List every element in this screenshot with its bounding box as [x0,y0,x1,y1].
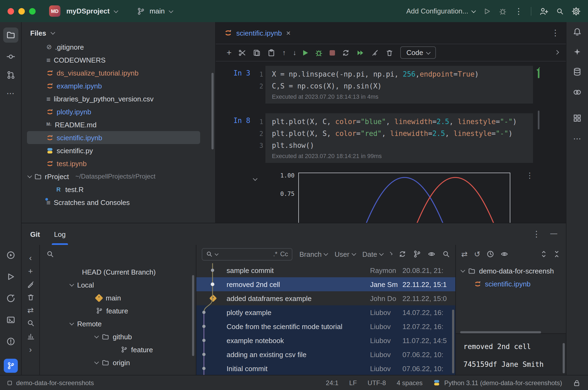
editor-tab-active[interactable]: scientific.ipynb × [216,22,297,44]
commit-row[interactable]: example notebookLiubov11.07.22, 14:5 [196,333,455,347]
expand-all-icon[interactable] [540,250,548,258]
files-panel-title[interactable]: Files [30,29,46,37]
branch-group-remote[interactable]: Remote [40,317,196,330]
code-line[interactable]: plt.plot(X, S, color="red", linewidth=2.… [265,128,533,140]
chevron-down-icon[interactable] [70,321,74,326]
commit-row[interactable]: plotly exampleLiubov14.07.22, 16: [196,305,455,319]
graph-icon[interactable] [27,332,34,340]
project-tool-button[interactable] [3,28,18,43]
terminal-tool-button[interactable] [6,316,15,324]
python-interpreter[interactable]: Python 3.11 (demo-data-for-screenshots) [433,379,562,386]
notebook-cell[interactable]: In 8 1 2 3 plt.plot(X, C, color="blue", … [216,113,566,163]
add-icon[interactable]: + [28,267,33,275]
pull-requests-tool-button[interactable] [6,71,15,79]
branch-row-head[interactable]: HEAD (Current Branch) [40,265,196,278]
log-search-input[interactable]: .* Cc [202,248,292,260]
notebook-canvas[interactable]: In 3 1 2 X = np.linspace(-np.pi, np.pi, … [216,61,566,223]
find-icon[interactable] [27,319,34,327]
project-badge[interactable]: MD [49,5,60,17]
cell-type-dropdown[interactable]: Code [401,46,436,59]
run-configuration-selector[interactable]: Add Configuration... [406,7,475,15]
chevron-down-icon[interactable] [94,334,99,338]
file-row[interactable]: plotly.ipynb [27,105,200,118]
editor-scrollbar[interactable] [538,111,539,129]
file-row-selected[interactable]: scientific.ipynb [27,131,200,144]
edit-icon[interactable] [27,280,34,288]
git-options-kebab-icon[interactable]: ⋮ [532,229,541,239]
commit-row[interactable]: Code from the scientific mode tutorialLi… [196,319,455,333]
debug-button[interactable] [499,7,507,15]
branch-filter-search-icon[interactable] [46,250,54,258]
run-all-cells-button[interactable] [357,49,364,56]
delete-cell-button[interactable] [386,49,394,56]
caret-position[interactable]: 24:1 [326,379,339,386]
commit-row[interactable]: adding an existing csv fileLiubov07.06.2… [196,347,455,361]
changes-horizontal-scrollbar[interactable] [460,331,541,333]
remote-group-github[interactable]: github [40,330,196,343]
lock-icon[interactable] [573,379,580,386]
file-row[interactable]: test.ipynb [27,157,200,170]
code-with-me-icon[interactable] [539,7,548,15]
file-row[interactable]: ⊘.gitignore [27,44,200,53]
move-cell-down-button[interactable]: ↓ [293,49,296,56]
more-tool-windows-button[interactable]: ⋯ [573,134,581,142]
file-row[interactable]: M↓README.md [27,118,200,131]
branches-scrollbar[interactable] [192,275,194,356]
date-filter-dropdown[interactable]: Date [362,250,383,258]
delete-icon[interactable] [27,293,34,301]
branch-group-local[interactable]: Local [40,278,196,291]
match-case-toggle[interactable]: Cc [280,250,288,258]
commit-row-selected[interactable]: removed 2nd cellJane Sm22.11.22, 15:1 [196,277,455,291]
minimize-window-button[interactable] [18,8,25,14]
remote-group-origin[interactable]: origin [40,356,196,369]
user-filter-dropdown[interactable]: User [334,250,355,258]
swap-icon[interactable]: ⇄ [27,306,33,314]
tab-log[interactable]: Log [54,223,66,245]
paste-cell-button[interactable] [268,49,275,56]
files-scrollbar[interactable] [211,73,214,149]
git-tool-button-active[interactable] [4,359,18,373]
status-project[interactable]: demo-data-for-screenshots [8,379,94,386]
commit-list-scrollbar[interactable] [452,310,454,373]
run-button[interactable] [483,7,491,15]
indent-setting[interactable]: 4 spaces [397,379,423,386]
stop-kernel-button[interactable] [330,50,335,55]
line-separator[interactable]: LF [349,379,357,386]
code-line[interactable]: plt.plot(X, C, color="blue", linewidth=2… [265,116,533,128]
collapse-all-icon[interactable] [553,250,560,258]
chevron-down-icon[interactable] [94,360,99,364]
cell-code[interactable]: X = np.linspace(-np.pi, np.pi, 256,endpo… [265,66,533,104]
hide-panel-chevron-icon[interactable]: ‹ [29,254,32,262]
code-line[interactable]: C,S = np.cos(X), np.sin(X) [265,80,533,92]
commit-row[interactable]: sample commitRaymon20.08.21, 21: [196,263,455,277]
restart-kernel-button[interactable] [342,49,350,56]
regex-toggle[interactable]: .* [273,250,278,258]
add-cell-button[interactable]: + [227,48,232,57]
code-line[interactable]: X = np.linspace(-np.pi, np.pi, 256,endpo… [265,69,533,80]
maximize-window-button[interactable] [29,8,36,14]
move-cell-up-button[interactable]: ↑ [282,49,286,56]
compare-icon[interactable]: ⇄ [461,250,467,258]
branch-selector[interactable]: main [149,7,165,15]
scratches-row[interactable]: ≡Scratches and Consoles [27,196,200,209]
file-row[interactable]: Rtest.R [27,183,200,196]
git-panel-title[interactable]: Git [30,230,40,238]
details-scrollbar[interactable] [563,343,565,373]
tab-options-kebab-icon[interactable]: ⋮ [551,28,559,38]
run-cell-button[interactable] [303,50,308,55]
ai-assistant-sparkle-icon[interactable] [573,48,581,56]
commit-row[interactable]: added dataframes exampleJohn Do22.11.22,… [196,291,455,305]
history-clock-icon[interactable] [487,250,494,258]
collapse-output-chevron-icon[interactable] [254,174,257,182]
debug-cell-button[interactable] [315,49,323,56]
commit-tool-button[interactable] [6,52,15,61]
clear-outputs-button[interactable] [371,49,379,56]
branch-filter-dropdown[interactable]: Branch [299,250,327,258]
cell-code[interactable]: plt.plot(X, C, color="blue", linewidth=2… [265,113,533,163]
sciview-tool-button[interactable] [573,88,582,97]
branch-row-remote-feature[interactable]: feature [40,343,196,356]
chevron-down-icon[interactable] [70,282,74,287]
file-encoding[interactable]: UTF-8 [368,379,386,386]
toolbar-overflow-chevron-icon[interactable] [555,50,559,54]
cut-cell-button[interactable] [239,49,246,56]
